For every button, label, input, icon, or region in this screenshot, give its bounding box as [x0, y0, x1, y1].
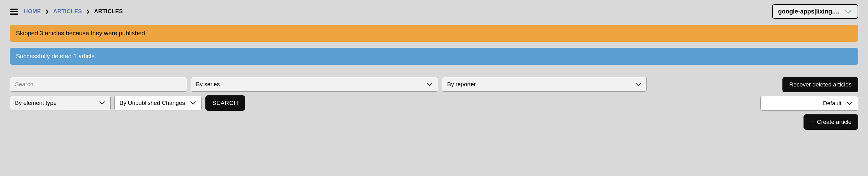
sort-default-label: Default — [823, 100, 841, 107]
search-button[interactable]: SEARCH — [206, 95, 245, 111]
user-dropdown[interactable]: google-apps|lixing.… — [772, 4, 858, 19]
filter-by-series-label: By series — [196, 81, 220, 88]
plus-icon: + — [810, 119, 814, 125]
create-article-button[interactable]: + Create article — [804, 115, 858, 130]
user-label: google-apps|lixing.… — [778, 8, 840, 15]
filter-by-unpublished[interactable]: By Unpublished Changes — [114, 96, 202, 110]
chevron-right-icon — [86, 9, 90, 14]
filter-by-unpublished-label: By Unpublished Changes — [120, 100, 185, 106]
filter-left: By series By reporter By element type By… — [10, 77, 748, 111]
chevron-down-icon — [190, 101, 196, 105]
filter-area: By series By reporter By element type By… — [10, 77, 858, 130]
search-field[interactable] — [15, 81, 182, 88]
breadcrumb-current: ARTICLES — [94, 8, 123, 15]
chevron-down-icon — [426, 82, 433, 86]
menu-icon[interactable] — [10, 8, 18, 15]
alert-info: Successfully deleted 1 article. — [10, 48, 858, 65]
sort-default[interactable]: Default — [761, 96, 858, 111]
filter-by-reporter-label: By reporter — [447, 81, 476, 88]
alert-warning-text: Skipped 3 articles because they were pub… — [16, 30, 145, 36]
alert-warning: Skipped 3 articles because they were pub… — [10, 25, 858, 42]
filter-by-element-type-label: By element type — [15, 100, 57, 106]
header-left: HOME ARTICLES ARTICLES — [10, 8, 123, 15]
breadcrumb-home[interactable]: HOME — [24, 8, 41, 15]
filter-by-series[interactable]: By series — [191, 77, 438, 92]
recover-deleted-button[interactable]: Recover deleted articles — [782, 77, 858, 92]
filter-by-reporter[interactable]: By reporter — [442, 77, 647, 92]
chevron-down-icon — [99, 101, 105, 105]
create-article-label: Create article — [817, 119, 851, 125]
search-input[interactable] — [10, 77, 187, 92]
chevron-down-icon — [844, 9, 852, 14]
chevron-down-icon — [846, 101, 853, 105]
header-row: HOME ARTICLES ARTICLES google-apps|lixin… — [10, 4, 858, 19]
breadcrumb: HOME ARTICLES ARTICLES — [24, 8, 123, 15]
filter-right: Recover deleted articles Default + Creat… — [761, 77, 858, 130]
breadcrumb-articles[interactable]: ARTICLES — [53, 8, 82, 15]
chevron-down-icon — [635, 82, 642, 86]
alert-info-text: Successfully deleted 1 article. — [16, 53, 96, 59]
chevron-right-icon — [45, 9, 49, 14]
filter-by-element-type[interactable]: By element type — [10, 96, 111, 110]
